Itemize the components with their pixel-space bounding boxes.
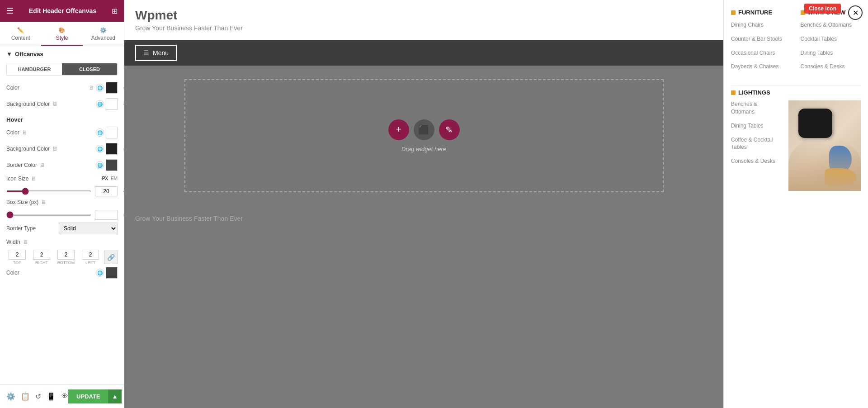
box-size-slider-row: ◄ 5 <box>6 210 118 220</box>
border-type-row: Border Type Solid None Dashed Dotted Dou… <box>6 223 118 234</box>
closed-toggle[interactable]: CLOSED <box>62 63 117 75</box>
content-tab-icon: ✏️ <box>17 27 24 33</box>
nav-item-benches[interactable]: Benches & Ottomans <box>801 21 861 29</box>
hover-border-swatch[interactable] <box>106 159 118 171</box>
nav-item-coffee-tables[interactable]: Coffee & Cocktail Tables <box>731 136 779 152</box>
hand-shape <box>788 137 861 191</box>
color-bottom-row: Color 🌐 <box>6 267 118 279</box>
hover-color-label: Color 🖥 <box>6 129 27 136</box>
width-right-field: 2 RIGHT <box>31 250 52 265</box>
bg-color-label: Background Color 🖥 <box>6 101 57 107</box>
grid-icon[interactable]: ⊞ <box>112 7 118 15</box>
add-widget-button[interactable]: + <box>388 119 409 140</box>
panel-header: ☰ Edit Header Offcanvas ⊞ <box>0 0 124 22</box>
close-button[interactable]: ✕ <box>848 5 863 20</box>
whats-new-col: WHAT'S NEW Benches & Ottomans Cocktail T… <box>801 9 861 77</box>
hamburger-toggle[interactable]: HAMBURGER <box>7 63 62 75</box>
nav-item-dining-chairs[interactable]: Dining Chairs <box>731 21 792 29</box>
hover-bg-swatch[interactable] <box>106 143 118 155</box>
box-size-label: Box Size (px) 🖥 <box>6 199 46 205</box>
nav-item-dining-tables[interactable]: Dining Tables <box>801 49 861 57</box>
link-btn[interactable]: 🔗 <box>104 251 118 264</box>
width-top-field: 2 TOP <box>6 250 28 265</box>
nav-item-cocktail-tables[interactable]: Cocktail Tables <box>801 35 861 43</box>
globe-icon-hover-bg[interactable]: 🌐 <box>96 145 104 153</box>
globe-icon-bg[interactable]: 🌐 <box>96 100 104 108</box>
menu-button[interactable]: ☰ Menu <box>135 45 177 61</box>
color-bottom-swatch[interactable] <box>106 267 118 279</box>
width-top-label: TOP <box>13 261 21 265</box>
width-label: Width 🖥 <box>6 239 28 245</box>
tab-advanced[interactable]: ⚙️ Advanced <box>83 22 124 46</box>
nav-item-consoles[interactable]: Consoles & Desks <box>801 63 861 71</box>
width-inputs-row: 2 TOP 2 RIGHT 2 BOTTOM 2 LEFT 🔗 <box>6 250 118 265</box>
offcanvas-section-header[interactable]: ▼ Offcanvas <box>6 51 118 57</box>
width-top-input[interactable]: 2 <box>9 250 26 260</box>
nav-item-benches-ottomans[interactable]: Benches & Ottomans <box>731 100 779 116</box>
nav-divider <box>731 85 861 85</box>
eye-icon[interactable]: 👁 <box>61 392 68 401</box>
tab-content[interactable]: ✏️ Content <box>0 22 41 46</box>
update-dropdown-button[interactable]: ▲ <box>108 389 121 403</box>
history-icon[interactable]: ↺ <box>35 392 41 401</box>
product-image <box>788 100 861 191</box>
brand-tagline: Grow Your Business Faster Than Ever <box>135 24 712 32</box>
monitor-icon-hover: 🖥 <box>22 129 27 136</box>
icon-size-slider[interactable] <box>6 190 91 192</box>
border-type-select[interactable]: Solid None Dashed Dotted Double <box>59 223 118 234</box>
monitor-icon-border: 🖥 <box>39 162 45 168</box>
nav-item-consoles-desks[interactable]: Consoles & Desks <box>731 157 779 165</box>
layers-icon[interactable]: 📋 <box>21 392 30 401</box>
width-bottom-input[interactable]: 2 <box>57 250 75 260</box>
globe-icon-border[interactable]: 🌐 <box>96 161 104 169</box>
width-bottom-field: 2 BOTTOM <box>55 250 77 265</box>
width-bottom-label: BOTTOM <box>57 261 75 265</box>
left-panel: ☰ Edit Header Offcanvas ⊞ ✏️ Content 🎨 S… <box>0 0 124 408</box>
box-size-input[interactable] <box>95 210 118 220</box>
footer-icons: ⚙️ 📋 ↺ 📱 👁 <box>6 392 68 401</box>
globe-icon-color-bottom[interactable]: 🌐 <box>96 269 104 277</box>
hamburger-menu-icon[interactable]: ☰ <box>6 6 14 16</box>
nav-item-dining-tables-2[interactable]: Dining Tables <box>731 122 779 130</box>
monitor-icon-box: 🖥 <box>41 199 46 205</box>
width-left-label: LEFT <box>85 261 95 265</box>
monitor-icon-bg: 🖥 <box>52 101 57 107</box>
box-size-row: Box Size (px) 🖥 <box>6 199 118 205</box>
canvas-top-bar: Wpmet Grow Your Business Faster Than Eve… <box>124 0 723 40</box>
unit-em[interactable]: EM <box>111 176 118 181</box>
icon-size-input[interactable]: 20 <box>95 186 118 196</box>
tab-style[interactable]: 🎨 Style <box>41 22 82 46</box>
lightings-nav-left: Benches & Ottomans Dining Tables Coffee … <box>731 100 779 191</box>
right-panel: Close Icon → ✕ FURNITURE Dining Chairs C… <box>723 0 868 408</box>
responsive-icon[interactable]: 📱 <box>47 392 56 401</box>
update-button[interactable]: UPDATE <box>68 389 108 403</box>
hover-color-row: Color 🖥 🌐 <box>6 127 118 138</box>
globe-icon-color[interactable]: 🌐 <box>96 84 104 92</box>
icon-size-label: Icon Size 🖥 <box>6 176 36 182</box>
width-right-input[interactable]: 2 <box>33 250 50 260</box>
box-size-slider[interactable] <box>6 214 91 216</box>
hover-bg-controls: 🌐 <box>96 143 118 155</box>
style-tab-icon: 🎨 <box>58 27 65 33</box>
color-swatch-black[interactable] <box>106 82 118 94</box>
color-bottom-label: Color <box>6 270 19 276</box>
nav-item-counter-stools[interactable]: Counter & Bar Stools <box>731 35 792 43</box>
monitor-icon-width: 🖥 <box>23 239 28 245</box>
width-right-label: RIGHT <box>35 261 48 265</box>
settings-icon[interactable]: ⚙️ <box>6 392 15 401</box>
globe-icon-hover-color[interactable]: 🌐 <box>96 128 104 137</box>
drag-zone: + ⬛ ✎ Drag widget here <box>184 79 664 192</box>
hover-border-color-row: Border Color 🖥 🌐 <box>6 159 118 171</box>
unit-px[interactable]: PX <box>102 176 108 181</box>
color-swatch-white[interactable] <box>106 98 118 110</box>
hover-color-controls: 🌐 <box>96 127 118 138</box>
nav-item-occasional-chairs[interactable]: Occasional Chairs <box>731 49 792 57</box>
nav-item-daybeds[interactable]: Daybeds & Chaises <box>731 63 792 71</box>
furniture-col: FURNITURE Dining Chairs Counter & Bar St… <box>731 9 792 77</box>
move-widget-button[interactable]: ⬛ <box>414 119 434 140</box>
panel-title: Edit Header Offcanvas <box>29 7 96 14</box>
edit-widget-button[interactable]: ✎ <box>439 119 460 140</box>
hover-color-swatch[interactable] <box>106 127 118 138</box>
hover-bg-color-row: Background Color 🖥 🌐 ◄ 3 <box>6 143 118 155</box>
width-left-input[interactable]: 2 <box>82 250 99 260</box>
